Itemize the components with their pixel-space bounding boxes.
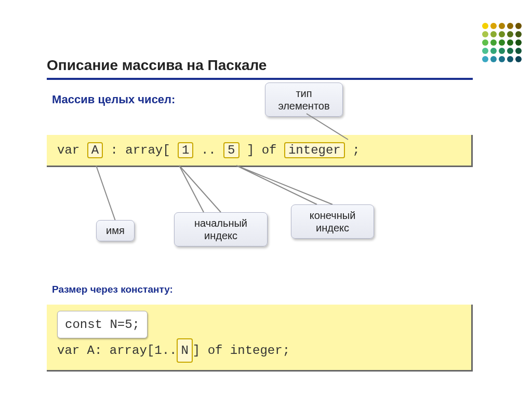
decorative-dot xyxy=(482,56,488,62)
svg-line-2 xyxy=(179,166,204,212)
syntax-range-dots: .. xyxy=(201,143,223,157)
connector-lines xyxy=(47,93,473,280)
var-line-pre: var A: array[1.. xyxy=(57,344,177,358)
decorative-dot xyxy=(507,23,513,29)
decorative-dot xyxy=(490,48,497,54)
svg-line-5 xyxy=(236,166,332,204)
slide-content: Описание массива на Паскале Массив целых… xyxy=(47,57,473,372)
decorative-dot xyxy=(499,56,505,62)
kw-var: var xyxy=(57,143,79,157)
decorative-dot xyxy=(490,56,497,62)
decorative-dot xyxy=(515,31,522,37)
syntax-array-open: : array[ xyxy=(110,143,170,157)
page-title: Описание массива на Паскале xyxy=(47,57,473,80)
svg-line-3 xyxy=(179,166,221,212)
index-start-box: 1 xyxy=(178,142,193,158)
subtitle-const-size: Размер через константу: xyxy=(52,284,473,295)
syntax-bracket-of: ] of xyxy=(247,143,284,157)
subtitle-integers-array: Массив целых чисел: xyxy=(52,93,473,106)
decorative-dot xyxy=(515,48,522,54)
callout-end-index-text: конечный индекс xyxy=(310,210,356,234)
index-end-box: 5 xyxy=(223,142,239,158)
decorative-dot xyxy=(499,23,505,29)
decorative-dot xyxy=(499,31,505,37)
decorative-dot xyxy=(482,31,488,37)
decorative-dot xyxy=(490,23,497,29)
callout-name: имя xyxy=(96,220,135,241)
code-declaration-1: var A : array[ 1 .. 5 ] of integer ; xyxy=(47,135,473,167)
code-declaration-2: const N=5; var A: array[1..N] of integer… xyxy=(47,305,473,372)
decorative-dot xyxy=(482,39,488,46)
decorative-dot xyxy=(490,39,497,46)
decorative-dot xyxy=(482,23,488,29)
callout-end-index: конечный индекс xyxy=(291,204,374,239)
decorative-dot xyxy=(499,48,505,54)
decorative-dot xyxy=(515,39,522,46)
array-name-box: A xyxy=(87,142,103,158)
decorative-dot xyxy=(507,31,513,37)
svg-line-1 xyxy=(96,166,117,225)
decorative-dot xyxy=(490,31,497,37)
decorative-dot xyxy=(507,56,513,62)
decorative-dot xyxy=(515,23,522,29)
decorative-dot xyxy=(482,48,488,54)
type-box: integer xyxy=(284,142,345,158)
syntax-semicolon: ; xyxy=(352,143,360,157)
decorative-dot xyxy=(515,56,522,62)
callout-element-type: тип элементов xyxy=(265,83,343,117)
decorative-dot xyxy=(507,39,513,46)
callout-start-index: начальный индекс xyxy=(174,212,268,246)
n-box: N xyxy=(177,338,192,363)
decorative-dots xyxy=(482,23,522,62)
const-line-box: const N=5; xyxy=(57,311,148,338)
decorative-dot xyxy=(507,48,513,54)
callout-start-index-text: начальный индекс xyxy=(194,217,247,241)
svg-line-4 xyxy=(236,166,317,204)
var-line-post: ] of integer; xyxy=(193,344,290,358)
callout-type-text: тип элементов xyxy=(278,88,329,112)
decorative-dot xyxy=(499,39,505,46)
callout-name-text: имя xyxy=(106,225,125,236)
